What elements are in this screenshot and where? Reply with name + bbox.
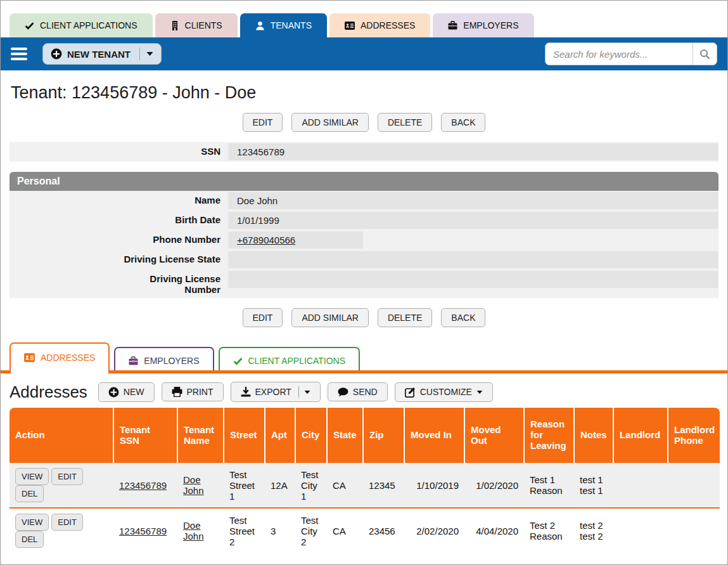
search-input[interactable]	[546, 43, 693, 65]
tenant-name-link[interactable]: Doe John	[183, 520, 204, 542]
tab-label: EMPLOYERS	[463, 20, 518, 30]
addresses-table: Action Tenant SSN Tenant Name Street Apt…	[10, 408, 720, 553]
tenant-ssn-cell: 123456789	[113, 462, 177, 508]
name-value: Doe John	[228, 192, 718, 209]
search-button[interactable]	[693, 43, 717, 65]
col-landlord: Landlord	[613, 408, 668, 462]
customize-button[interactable]: CUSTOMIZE	[395, 382, 493, 402]
new-address-button[interactable]: NEW	[98, 382, 155, 402]
edit-button[interactable]: EDIT	[243, 113, 283, 132]
del-button[interactable]: DEL	[15, 485, 44, 502]
subtab-employers[interactable]: EMPLOYERS	[114, 347, 214, 373]
city-cell: Test City 1	[295, 462, 327, 508]
col-apt: Apt	[265, 408, 295, 462]
new-tenant-button[interactable]: NEW TENANT	[42, 43, 162, 65]
view-button[interactable]: VIEW	[15, 468, 49, 485]
caret-down-icon[interactable]	[146, 51, 153, 56]
export-button[interactable]: EXPORT	[231, 382, 321, 402]
tab-client-applications[interactable]: CLIENT APPLICATIONS	[10, 13, 153, 37]
caret-down-icon[interactable]	[476, 390, 483, 394]
tab-tenants-active[interactable]: TENANTS	[240, 13, 327, 37]
field-dl-state: Driving License State	[10, 250, 718, 270]
phone-number-label: Phone Number	[10, 230, 228, 250]
dl-state-label: Driving License State	[10, 250, 228, 270]
moved-out-cell: 4/04/2020	[464, 508, 524, 553]
main-tab-bar: CLIENT APPLICATIONS CLIENTS TENANTS ADDR…	[1, 1, 727, 37]
caret-down-icon[interactable]	[304, 390, 310, 394]
birth-date-value: 1/01/1999	[228, 212, 718, 229]
add-similar-button[interactable]: ADD SIMILAR	[291, 308, 368, 327]
speech-bubble-icon	[338, 387, 348, 397]
action-cell: VIEWEDITDEL	[10, 462, 113, 508]
print-button[interactable]: PRINT	[162, 382, 224, 401]
tab-clients[interactable]: CLIENTS	[155, 13, 238, 37]
back-button[interactable]: BACK	[441, 308, 485, 327]
addresses-toolbar: Addresses NEW PRINT EXPORT SEND CUSTOMIZ…	[10, 382, 718, 402]
edit-button[interactable]: EDIT	[51, 468, 83, 485]
tenant-ssn-link[interactable]: 123456789	[119, 480, 167, 491]
landlord-phone-cell	[668, 508, 720, 553]
subtab-label: ADDRESSES	[41, 353, 95, 363]
new-label: NEW	[124, 387, 144, 397]
printer-icon	[172, 387, 182, 397]
send-label: SEND	[353, 387, 378, 397]
plus-circle-icon	[108, 387, 119, 398]
tab-label: TENANTS	[271, 20, 312, 30]
col-tenant-ssn: Tenant SSN	[113, 408, 177, 462]
landlord-cell	[613, 462, 668, 508]
check-icon	[25, 21, 34, 30]
subtab-client-applications[interactable]: CLIENT APPLICATIONS	[219, 347, 361, 373]
add-similar-button[interactable]: ADD SIMILAR	[291, 113, 368, 132]
notes-cell: test 1 test 1	[574, 462, 613, 508]
tenant-name-cell: Doe John	[177, 508, 224, 553]
hamburger-icon[interactable]	[11, 48, 27, 60]
magnifier-icon	[699, 49, 710, 60]
back-button[interactable]: BACK	[441, 113, 485, 132]
briefcase-icon	[129, 356, 138, 365]
field-phone-number: Phone Number +6789040566	[10, 230, 718, 250]
active-tab-underline	[1, 370, 727, 373]
address-row: VIEWEDITDEL 123456789 Doe John Test Stre…	[10, 462, 720, 508]
send-button[interactable]: SEND	[328, 382, 388, 401]
col-moved-out: Moved Out	[464, 408, 524, 462]
subtab-addresses-active[interactable]: ADDRESSES	[10, 342, 110, 373]
del-button[interactable]: DEL	[15, 531, 44, 548]
tab-label: ADDRESSES	[361, 20, 415, 30]
print-label: PRINT	[187, 387, 214, 397]
edit-square-icon	[405, 387, 416, 398]
zip-cell: 23456	[363, 508, 404, 553]
apt-cell: 3	[265, 508, 295, 553]
col-city: City	[295, 408, 327, 462]
edit-button[interactable]: EDIT	[243, 308, 283, 327]
street-cell: Test Street 1	[224, 462, 265, 508]
addresses-heading: Addresses	[10, 382, 87, 402]
new-tenant-label: NEW TENANT	[67, 49, 131, 60]
zip-cell: 12345	[363, 462, 404, 508]
tab-addresses[interactable]: ADDRESSES	[329, 13, 430, 37]
tab-employers[interactable]: EMPLOYERS	[433, 13, 533, 37]
delete-button[interactable]: DELETE	[378, 113, 432, 132]
landlord-phone-cell	[668, 462, 720, 508]
phone-number-link[interactable]: +6789040566	[237, 235, 295, 245]
birth-date-label: Birth Date	[10, 211, 228, 230]
edit-button[interactable]: EDIT	[51, 514, 83, 531]
tenant-ssn-link[interactable]: 123456789	[119, 526, 167, 536]
tab-label: CLIENTS	[185, 20, 222, 30]
download-icon	[241, 387, 251, 397]
ssn-label: SSN	[10, 142, 228, 162]
col-notes: Notes	[574, 408, 613, 462]
plus-circle-icon	[51, 48, 62, 60]
primary-toolbar: NEW TENANT	[1, 37, 727, 70]
id-card-icon	[24, 353, 35, 362]
delete-button[interactable]: DELETE	[378, 308, 432, 327]
state-cell: CA	[327, 462, 363, 508]
button-divider	[298, 386, 299, 398]
col-zip: Zip	[363, 408, 404, 462]
field-birth-date: Birth Date 1/01/1999	[10, 211, 718, 230]
personal-fields: Name Doe John Birth Date 1/01/1999 Phone…	[10, 191, 718, 298]
tenant-name-link[interactable]: Doe John	[183, 474, 204, 496]
moved-out-cell: 1/02/2020	[464, 462, 524, 508]
view-button[interactable]: VIEW	[15, 514, 49, 531]
export-label: EXPORT	[255, 387, 291, 397]
col-state: State	[327, 408, 363, 462]
